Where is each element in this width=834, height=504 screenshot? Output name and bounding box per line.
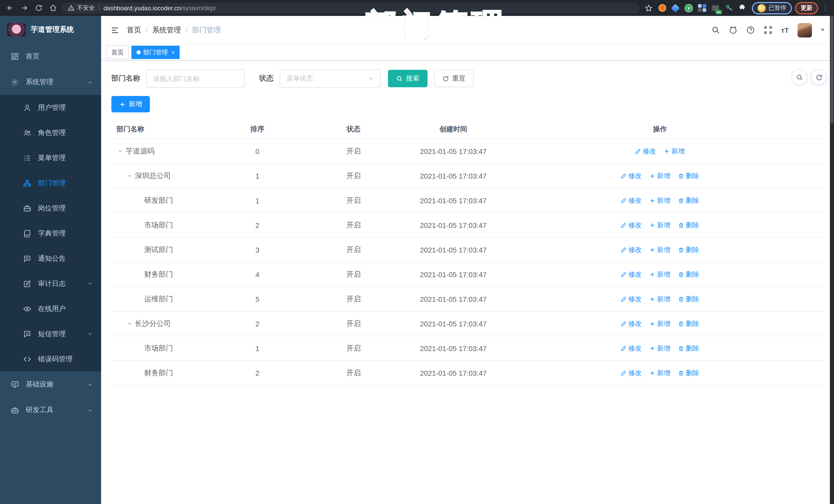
scrollbar-thumb[interactable] [830,16,833,124]
sidebar-item-7[interactable]: 字典管理 [0,221,101,246]
row-action-修改[interactable]: 修改 [620,344,641,353]
row-action-新增[interactable]: 新增 [649,294,670,304]
adblock-icon[interactable] [658,4,666,12]
tools-icon [10,406,20,415]
collapse-sidebar-icon[interactable] [110,25,119,35]
row-action-修改[interactable]: 修改 [620,196,641,205]
back-icon[interactable] [4,2,15,14]
expand-caret-icon[interactable] [116,148,124,155]
tab-1[interactable]: 部门管理× [131,46,180,59]
user-avatar[interactable] [797,23,812,37]
row-action-删除[interactable]: 删除 [678,319,699,328]
reload-icon[interactable] [33,2,44,14]
row-action-删除[interactable]: 删除 [678,196,699,205]
breadcrumb-item-1[interactable]: 系统管理 [152,25,181,35]
sidebar-item-11[interactable]: 短信管理 [0,321,101,346]
actions-cell: 修改新增删除 [496,196,824,205]
forward-icon[interactable] [19,2,30,14]
squares-icon[interactable] [698,4,706,12]
sidebar-item-5[interactable]: 部门管理 [0,170,101,196]
row-action-删除[interactable]: 删除 [678,270,699,279]
switch-on-icon[interactable]: on [711,4,720,12]
row-action-新增[interactable]: 新增 [649,196,670,205]
row-action-删除[interactable]: 删除 [678,220,699,230]
delete-icon [678,173,684,179]
row-action-新增[interactable]: 新增 [649,245,670,254]
row-action-修改[interactable]: 修改 [620,270,641,279]
key-icon[interactable] [724,4,733,12]
sidebar-item-label: 短信管理 [38,329,81,338]
sidebar-item-1[interactable]: 系统管理 [0,69,101,95]
refresh-table-button[interactable] [811,69,827,85]
font-size-icon[interactable]: ᴛT [781,26,789,34]
status-select[interactable]: 菜单状态 [280,69,381,88]
update-button[interactable]: 更新 [795,2,818,14]
home-icon[interactable] [47,2,59,14]
reset-button[interactable]: 重置 [434,70,474,87]
row-action-修改[interactable]: 修改 [620,171,641,180]
fullscreen-icon[interactable] [764,26,772,35]
breadcrumb-item-0[interactable]: 首页 [127,25,141,35]
close-tab-icon[interactable]: × [171,49,175,56]
row-action-修改[interactable]: 修改 [620,294,641,304]
row-action-新增[interactable]: 新增 [664,147,685,156]
urlbar-divider [99,5,99,11]
delete-icon [678,345,684,351]
gem-icon[interactable] [671,4,680,12]
row-action-修改[interactable]: 修改 [620,220,641,230]
page-scrollbar[interactable] [830,16,834,504]
sidebar-item-10[interactable]: 在线用户 [0,296,101,321]
sidebar-item-8[interactable]: 通知公告 [0,246,101,271]
expand-caret-icon[interactable] [126,320,133,327]
github-icon[interactable] [728,26,737,35]
row-action-删除[interactable]: 删除 [678,344,699,353]
browser-profile-badge[interactable]: 😀 已暂停 [752,2,792,14]
row-action-新增[interactable]: 新增 [649,319,670,328]
row-action-删除[interactable]: 删除 [678,368,699,377]
user-menu-caret-icon[interactable] [821,29,825,31]
search-button[interactable]: 搜索 [388,70,427,87]
browser-menu-icon[interactable]: ⋮ [821,4,830,12]
app-logo-row[interactable]: 芋道管理系统 [0,16,101,44]
sidebar-item-2[interactable]: 用户管理 [0,95,101,120]
row-action-删除[interactable]: 删除 [678,245,699,254]
sidebar-item-12[interactable]: 错误码管理 [0,346,101,372]
bookmark-star-icon[interactable] [644,4,653,12]
help-icon[interactable] [746,26,755,35]
sidebar-item-4[interactable]: 菜单管理 [0,145,101,170]
sidebar-item-3[interactable]: 角色管理 [0,120,101,145]
sidebar-item-0[interactable]: 首页 [0,44,101,69]
row-action-新增[interactable]: 新增 [649,270,670,279]
row-action-删除[interactable]: 删除 [678,294,699,304]
sidebar-item-13[interactable]: 基础设施 [0,372,101,397]
row-action-修改[interactable]: 修改 [620,319,641,328]
row-action-新增[interactable]: 新增 [649,171,670,180]
address-bar[interactable]: 不安全 dashboard.yudao.iocoder.cn/system/de… [62,2,639,14]
row-action-删除[interactable]: 删除 [678,171,699,180]
expand-caret-icon[interactable] [126,172,133,179]
sidebar-item-14[interactable]: 研发工具 [0,397,101,423]
security-warning[interactable]: 不安全 [68,4,95,12]
tab-label: 首页 [111,48,124,57]
dept-name: 研发部门 [144,196,173,205]
row-action-修改[interactable]: 修改 [620,245,641,254]
search-icon[interactable] [711,26,720,35]
toggle-search-button[interactable] [791,69,807,85]
dept-name-input[interactable] [146,69,245,88]
green-check-icon[interactable]: v [684,4,693,12]
row-action-修改[interactable]: 修改 [635,147,656,156]
tab-0[interactable]: 首页 [106,46,129,59]
row-action-新增[interactable]: 新增 [649,368,670,377]
create-time-cell: 2021-01-05 17:03:47 [411,295,496,303]
sort-cell: 2 [218,221,297,229]
sidebar-item-6[interactable]: 岗位管理 [0,196,101,221]
puzzle-icon[interactable] [738,4,746,12]
infra-icon [10,380,20,389]
sidebar-item-9[interactable]: 审计日志 [0,271,101,296]
row-action-新增[interactable]: 新增 [649,344,670,353]
row-action-新增[interactable]: 新增 [649,220,670,230]
add-button[interactable]: 新增 [111,96,150,112]
post-icon [23,203,32,213]
table-row: 运维部门5开启2021-01-05 17:03:47修改新增删除 [111,287,824,311]
row-action-修改[interactable]: 修改 [620,368,641,377]
